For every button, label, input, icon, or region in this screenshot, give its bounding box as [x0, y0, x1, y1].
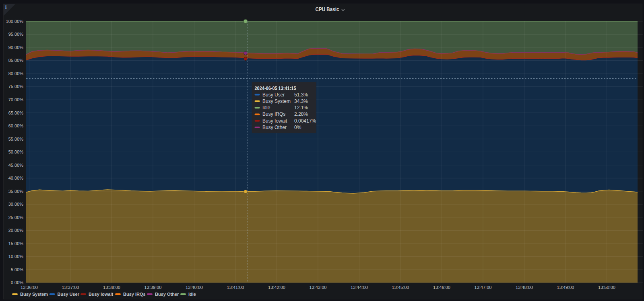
svg-text:Busy User: Busy User — [262, 92, 285, 98]
svg-text:34.3%: 34.3% — [294, 98, 308, 104]
svg-text:13:43:00: 13:43:00 — [310, 285, 327, 290]
svg-text:Busy IRQs: Busy IRQs — [123, 292, 146, 297]
svg-text:0%: 0% — [294, 125, 301, 130]
svg-text:85.00%: 85.00% — [8, 58, 24, 63]
svg-text:80.00%: 80.00% — [8, 71, 24, 76]
svg-text:55.00%: 55.00% — [8, 137, 24, 141]
svg-text:0.00417%: 0.00417% — [294, 118, 316, 124]
svg-text:Busy IRQs: Busy IRQs — [262, 111, 285, 117]
svg-text:51.3%: 51.3% — [294, 92, 308, 98]
svg-text:13:36:00: 13:36:00 — [21, 285, 38, 290]
svg-text:100.00%: 100.00% — [6, 19, 24, 24]
svg-text:0.00%: 0.00% — [11, 280, 23, 285]
svg-text:25.00%: 25.00% — [8, 215, 24, 220]
svg-text:13:44:00: 13:44:00 — [351, 285, 368, 290]
svg-text:35.00%: 35.00% — [8, 189, 24, 194]
svg-text:95.00%: 95.00% — [8, 32, 24, 37]
svg-text:2.28%: 2.28% — [294, 111, 308, 117]
svg-text:10.00%: 10.00% — [8, 254, 24, 259]
svg-text:13:42:00: 13:42:00 — [268, 285, 285, 290]
svg-text:13:47:00: 13:47:00 — [475, 285, 492, 290]
svg-text:40.00%: 40.00% — [8, 176, 24, 180]
svg-text:75.00%: 75.00% — [8, 84, 24, 89]
svg-text:12.1%: 12.1% — [294, 105, 308, 111]
svg-text:Busy Other: Busy Other — [262, 125, 287, 130]
svg-text:Busy Other: Busy Other — [155, 292, 179, 297]
svg-text:Busy System: Busy System — [262, 98, 291, 104]
svg-text:Idle: Idle — [188, 292, 196, 297]
svg-text:90.00%: 90.00% — [8, 45, 24, 50]
svg-text:5.00%: 5.00% — [11, 267, 23, 272]
svg-text:13:39:00: 13:39:00 — [144, 285, 162, 290]
svg-text:13:50:00: 13:50:00 — [598, 285, 615, 290]
svg-text:15.00%: 15.00% — [8, 241, 24, 246]
svg-text:13:48:00: 13:48:00 — [516, 285, 533, 290]
svg-text:Busy System: Busy System — [20, 292, 48, 297]
svg-text:Busy User: Busy User — [58, 292, 80, 297]
svg-text:13:41:00: 13:41:00 — [227, 285, 244, 290]
svg-text:20.00%: 20.00% — [8, 228, 24, 233]
svg-text:Busy Iowait: Busy Iowait — [89, 292, 113, 297]
svg-text:60.00%: 60.00% — [8, 123, 24, 128]
svg-text:13:49:00: 13:49:00 — [557, 285, 574, 290]
svg-text:13:45:00: 13:45:00 — [392, 285, 409, 290]
svg-text:70.00%: 70.00% — [8, 97, 24, 102]
svg-text:65.00%: 65.00% — [8, 111, 24, 115]
svg-text:13:38:00: 13:38:00 — [103, 285, 120, 290]
svg-text:45.00%: 45.00% — [8, 163, 24, 168]
svg-text:30.00%: 30.00% — [8, 202, 24, 207]
svg-text:2024-06-05 13:41:15: 2024-06-05 13:41:15 — [255, 86, 296, 91]
svg-text:50.00%: 50.00% — [8, 149, 24, 154]
svg-text:13:40:00: 13:40:00 — [186, 285, 203, 290]
svg-text:13:46:00: 13:46:00 — [433, 285, 450, 290]
svg-text:Idle: Idle — [262, 105, 270, 111]
svg-text:13:37:00: 13:37:00 — [62, 285, 79, 290]
svg-text:Busy Iowait: Busy Iowait — [262, 118, 287, 124]
